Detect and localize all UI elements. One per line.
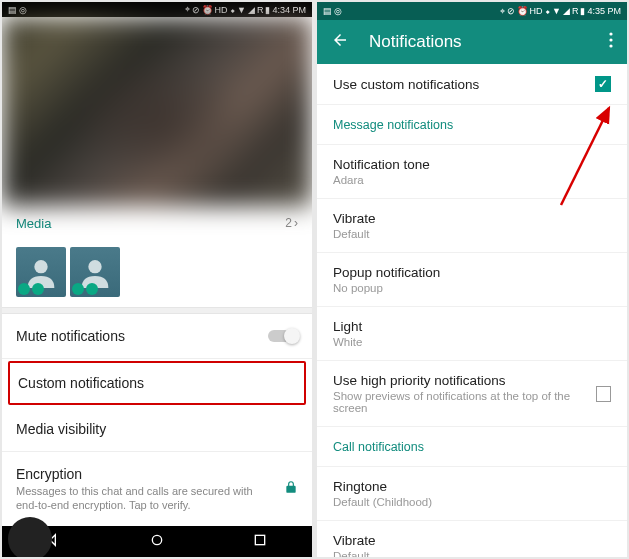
phone-right: ▤ ◎ ⌖ ⊘ ⏰ HD ⬥ ▼ ◢ R ▮ 4:35 PM Notificat… — [317, 2, 627, 557]
row-sub: Default (Childhood) — [333, 496, 611, 508]
message-notifications-header: Message notifications — [317, 105, 627, 145]
chevron-right-icon: › — [294, 216, 298, 230]
battery-icon: ▮ — [265, 5, 270, 15]
svg-point-0 — [34, 260, 47, 273]
nav-assist-circle[interactable] — [8, 517, 52, 557]
row-label: Custom notifications — [18, 375, 144, 391]
vibrate-row[interactable]: Vibrate Default — [317, 199, 627, 253]
use-custom-row[interactable]: Use custom notifications — [317, 64, 627, 105]
dnd-icon: ⊘ — [507, 6, 515, 16]
ringtone-row[interactable]: Ringtone Default (Childhood) — [317, 467, 627, 521]
status-bar: ▤ ◎ ⌖ ⊘ ⏰ HD ⬥ ▼ ◢ R ▮ 4:34 PM — [2, 2, 312, 17]
svg-rect-3 — [256, 535, 265, 544]
mute-toggle[interactable] — [268, 330, 298, 342]
status-time: 4:34 PM — [272, 5, 306, 15]
gallery-icon: ▤ — [323, 6, 332, 16]
signal-icon: ◢ — [248, 5, 255, 15]
phone-left: ▤ ◎ ⌖ ⊘ ⏰ HD ⬥ ▼ ◢ R ▮ 4:34 PM Media 2› … — [2, 2, 312, 557]
row-sub: Show previews of notifications at the to… — [333, 390, 596, 414]
row-label: Vibrate — [333, 211, 611, 226]
high-priority-row[interactable]: Use high priority notifications Show pre… — [317, 361, 627, 427]
wifi-icon: ▼ — [237, 5, 246, 15]
hd-indicator: HD ⬥ — [530, 6, 551, 16]
media-thumb[interactable] — [16, 247, 66, 297]
alarm-icon: ⏰ — [202, 5, 213, 15]
mute-notifications-row[interactable]: Mute notifications — [2, 314, 312, 359]
hd-indicator: HD ⬥ — [215, 5, 236, 15]
use-custom-checkbox[interactable] — [595, 76, 611, 92]
row-sub: Default — [333, 228, 611, 240]
watch-icon: ◎ — [19, 5, 27, 15]
dnd-icon: ⊘ — [192, 5, 200, 15]
row-sub: Adara — [333, 174, 611, 186]
row-label: Popup notification — [333, 265, 611, 280]
video-icon — [32, 283, 44, 295]
row-label: Light — [333, 319, 611, 334]
battery-icon: ▮ — [580, 6, 585, 16]
lock-icon — [284, 480, 298, 497]
media-thumb[interactable] — [70, 247, 120, 297]
alarm-icon: ⏰ — [517, 6, 528, 16]
media-thumbnails — [2, 241, 312, 307]
high-priority-checkbox[interactable] — [596, 386, 611, 402]
svg-point-2 — [152, 535, 161, 544]
popup-row[interactable]: Popup notification No popup — [317, 253, 627, 307]
app-bar: Notifications — [317, 20, 627, 64]
appbar-title: Notifications — [369, 32, 589, 52]
svg-point-1 — [88, 260, 101, 273]
bluetooth-icon: ⌖ — [185, 4, 190, 15]
call-icon — [18, 283, 30, 295]
watch-icon: ◎ — [334, 6, 342, 16]
media-label: Media — [16, 216, 51, 231]
row-label: Use high priority notifications — [333, 373, 596, 388]
row-sub: Default — [333, 550, 611, 557]
row-sub: Messages to this chat and calls are secu… — [16, 484, 266, 513]
row-sub: White — [333, 336, 611, 348]
overflow-icon[interactable] — [609, 32, 613, 52]
contact-photo[interactable] — [2, 17, 312, 205]
row-label: Encryption — [16, 466, 266, 482]
encryption-row[interactable]: Encryption Messages to this chat and cal… — [2, 452, 312, 527]
status-bar: ▤ ◎ ⌖ ⊘ ⏰ HD ⬥ ▼ ◢ R ▮ 4:35 PM — [317, 2, 627, 20]
row-label: Use custom notifications — [333, 77, 479, 92]
roaming-indicator: R — [572, 6, 579, 16]
svg-point-4 — [609, 32, 612, 35]
row-label: Mute notifications — [16, 328, 125, 344]
media-section-header[interactable]: Media 2› — [2, 206, 312, 241]
svg-point-6 — [609, 44, 612, 47]
section-divider — [2, 307, 312, 314]
gallery-icon: ▤ — [8, 5, 17, 15]
row-sub: No popup — [333, 282, 611, 294]
row-label: Vibrate — [333, 533, 611, 548]
call-vibrate-row[interactable]: Vibrate Default — [317, 521, 627, 557]
notification-tone-row[interactable]: Notification tone Adara — [317, 145, 627, 199]
custom-notifications-row[interactable]: Custom notifications — [8, 361, 306, 405]
call-icon — [72, 283, 84, 295]
light-row[interactable]: Light White — [317, 307, 627, 361]
row-label: Media visibility — [16, 421, 106, 437]
video-icon — [86, 283, 98, 295]
nav-bar — [2, 526, 312, 557]
nav-home[interactable] — [149, 532, 165, 552]
bluetooth-icon: ⌖ — [500, 6, 505, 17]
media-count: 2› — [285, 216, 298, 230]
signal-icon: ◢ — [563, 6, 570, 16]
roaming-indicator: R — [257, 5, 264, 15]
call-notifications-header: Call notifications — [317, 427, 627, 467]
nav-recent[interactable] — [252, 532, 268, 552]
status-time: 4:35 PM — [587, 6, 621, 16]
svg-point-5 — [609, 38, 612, 41]
media-visibility-row[interactable]: Media visibility — [2, 407, 312, 452]
wifi-icon: ▼ — [552, 6, 561, 16]
back-icon[interactable] — [331, 31, 349, 53]
row-label: Notification tone — [333, 157, 611, 172]
row-label: Ringtone — [333, 479, 611, 494]
